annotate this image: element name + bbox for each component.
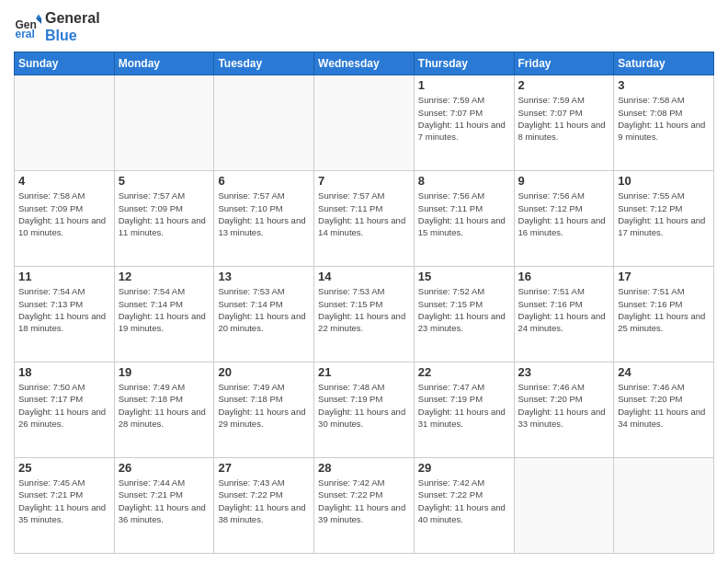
day-info: Sunrise: 7:51 AMSunset: 7:16 PMDaylight:… bbox=[518, 285, 610, 334]
calendar-cell: 27Sunrise: 7:43 AMSunset: 7:22 PMDayligh… bbox=[214, 458, 314, 554]
day-number: 12 bbox=[119, 270, 210, 283]
day-info: Sunrise: 7:44 AMSunset: 7:21 PMDaylight:… bbox=[119, 477, 210, 525]
day-info: Sunrise: 7:53 AMSunset: 7:14 PMDaylight:… bbox=[218, 285, 310, 334]
calendar-cell: 25Sunrise: 7:45 AMSunset: 7:21 PMDayligh… bbox=[15, 458, 115, 554]
calendar-cell: 29Sunrise: 7:42 AMSunset: 7:22 PMDayligh… bbox=[414, 458, 514, 554]
calendar-cell: 3Sunrise: 7:58 AMSunset: 7:08 PMDaylight… bbox=[614, 75, 714, 171]
day-header-sunday: Sunday bbox=[15, 52, 115, 75]
day-header-thursday: Thursday bbox=[414, 52, 514, 75]
calendar-cell: 4Sunrise: 7:58 AMSunset: 7:09 PMDaylight… bbox=[15, 171, 115, 267]
day-number: 11 bbox=[18, 270, 110, 283]
calendar-cell: 22Sunrise: 7:47 AMSunset: 7:19 PMDayligh… bbox=[414, 362, 514, 458]
calendar-cell: 9Sunrise: 7:56 AMSunset: 7:12 PMDaylight… bbox=[514, 171, 614, 267]
day-info: Sunrise: 7:52 AMSunset: 7:15 PMDaylight:… bbox=[418, 285, 510, 334]
calendar-cell bbox=[214, 75, 314, 171]
calendar-cell: 21Sunrise: 7:48 AMSunset: 7:19 PMDayligh… bbox=[314, 362, 415, 458]
week-row-0: 1Sunrise: 7:59 AMSunset: 7:07 PMDaylight… bbox=[15, 75, 714, 171]
day-number: 2 bbox=[518, 78, 610, 92]
day-info: Sunrise: 7:56 AMSunset: 7:11 PMDaylight:… bbox=[418, 190, 510, 238]
day-info: Sunrise: 7:49 AMSunset: 7:18 PMDaylight:… bbox=[119, 381, 210, 430]
day-number: 19 bbox=[119, 365, 210, 379]
day-info: Sunrise: 7:49 AMSunset: 7:18 PMDaylight:… bbox=[218, 381, 310, 430]
calendar-cell: 19Sunrise: 7:49 AMSunset: 7:18 PMDayligh… bbox=[114, 362, 214, 458]
svg-marker-2 bbox=[36, 15, 41, 19]
day-number: 14 bbox=[318, 270, 410, 283]
calendar-cell: 26Sunrise: 7:44 AMSunset: 7:21 PMDayligh… bbox=[114, 458, 214, 554]
day-number: 25 bbox=[18, 461, 110, 475]
day-header-tuesday: Tuesday bbox=[214, 52, 314, 75]
logo-text-blue: Blue bbox=[45, 27, 100, 44]
calendar-cell: 7Sunrise: 7:57 AMSunset: 7:11 PMDaylight… bbox=[314, 171, 415, 267]
day-number: 9 bbox=[518, 174, 610, 188]
day-info: Sunrise: 7:46 AMSunset: 7:20 PMDaylight:… bbox=[618, 381, 710, 430]
calendar-cell: 14Sunrise: 7:53 AMSunset: 7:15 PMDayligh… bbox=[314, 267, 415, 362]
day-number: 13 bbox=[218, 270, 310, 283]
week-row-1: 4Sunrise: 7:58 AMSunset: 7:09 PMDaylight… bbox=[15, 171, 714, 267]
day-info: Sunrise: 7:53 AMSunset: 7:15 PMDaylight:… bbox=[318, 285, 410, 334]
day-number: 10 bbox=[618, 174, 710, 188]
day-info: Sunrise: 7:48 AMSunset: 7:19 PMDaylight:… bbox=[318, 381, 410, 430]
header: Gen eral General Blue bbox=[14, 9, 714, 44]
calendar-cell: 15Sunrise: 7:52 AMSunset: 7:15 PMDayligh… bbox=[414, 267, 514, 362]
day-info: Sunrise: 7:51 AMSunset: 7:16 PMDaylight:… bbox=[618, 285, 710, 334]
calendar-cell: 17Sunrise: 7:51 AMSunset: 7:16 PMDayligh… bbox=[614, 267, 714, 362]
day-number: 16 bbox=[518, 270, 610, 283]
calendar-cell: 13Sunrise: 7:53 AMSunset: 7:14 PMDayligh… bbox=[214, 267, 314, 362]
day-number: 17 bbox=[618, 270, 710, 283]
day-info: Sunrise: 7:59 AMSunset: 7:07 PMDaylight:… bbox=[518, 94, 610, 143]
svg-marker-3 bbox=[36, 18, 41, 24]
day-header-saturday: Saturday bbox=[614, 52, 714, 75]
day-info: Sunrise: 7:55 AMSunset: 7:12 PMDaylight:… bbox=[618, 190, 710, 238]
day-header-wednesday: Wednesday bbox=[314, 52, 415, 75]
calendar-cell: 11Sunrise: 7:54 AMSunset: 7:13 PMDayligh… bbox=[15, 267, 115, 362]
week-row-4: 25Sunrise: 7:45 AMSunset: 7:21 PMDayligh… bbox=[15, 458, 714, 554]
calendar-cell: 6Sunrise: 7:57 AMSunset: 7:10 PMDaylight… bbox=[214, 171, 314, 267]
day-info: Sunrise: 7:43 AMSunset: 7:22 PMDaylight:… bbox=[218, 477, 310, 525]
calendar-cell bbox=[114, 75, 214, 171]
logo-text-general: General bbox=[45, 9, 100, 27]
calendar-cell: 18Sunrise: 7:50 AMSunset: 7:17 PMDayligh… bbox=[15, 362, 115, 458]
calendar-cell: 2Sunrise: 7:59 AMSunset: 7:07 PMDaylight… bbox=[514, 75, 614, 171]
day-number: 8 bbox=[418, 174, 510, 188]
day-number: 3 bbox=[618, 78, 710, 92]
calendar-cell bbox=[15, 75, 115, 171]
calendar-cell: 16Sunrise: 7:51 AMSunset: 7:16 PMDayligh… bbox=[514, 267, 614, 362]
calendar-cell: 23Sunrise: 7:46 AMSunset: 7:20 PMDayligh… bbox=[514, 362, 614, 458]
calendar-cell: 24Sunrise: 7:46 AMSunset: 7:20 PMDayligh… bbox=[614, 362, 714, 458]
day-info: Sunrise: 7:58 AMSunset: 7:08 PMDaylight:… bbox=[618, 94, 710, 143]
calendar-cell bbox=[314, 75, 415, 171]
logo-icon: Gen eral bbox=[14, 13, 41, 40]
calendar-header-row: SundayMondayTuesdayWednesdayThursdayFrid… bbox=[15, 52, 714, 75]
calendar-cell: 5Sunrise: 7:57 AMSunset: 7:09 PMDaylight… bbox=[114, 171, 214, 267]
day-info: Sunrise: 7:42 AMSunset: 7:22 PMDaylight:… bbox=[418, 477, 510, 525]
calendar: SundayMondayTuesdayWednesdayThursdayFrid… bbox=[14, 52, 714, 554]
calendar-cell: 1Sunrise: 7:59 AMSunset: 7:07 PMDaylight… bbox=[414, 75, 514, 171]
week-row-2: 11Sunrise: 7:54 AMSunset: 7:13 PMDayligh… bbox=[15, 267, 714, 362]
calendar-cell: 8Sunrise: 7:56 AMSunset: 7:11 PMDaylight… bbox=[414, 171, 514, 267]
day-info: Sunrise: 7:57 AMSunset: 7:11 PMDaylight:… bbox=[318, 190, 410, 238]
svg-text:eral: eral bbox=[16, 28, 35, 40]
calendar-cell: 10Sunrise: 7:55 AMSunset: 7:12 PMDayligh… bbox=[614, 171, 714, 267]
day-number: 27 bbox=[218, 461, 310, 475]
day-number: 22 bbox=[418, 365, 510, 379]
day-number: 6 bbox=[218, 174, 310, 188]
day-info: Sunrise: 7:47 AMSunset: 7:19 PMDaylight:… bbox=[418, 381, 510, 430]
day-number: 4 bbox=[18, 174, 110, 188]
day-info: Sunrise: 7:56 AMSunset: 7:12 PMDaylight:… bbox=[518, 190, 610, 238]
calendar-cell: 20Sunrise: 7:49 AMSunset: 7:18 PMDayligh… bbox=[214, 362, 314, 458]
day-info: Sunrise: 7:54 AMSunset: 7:13 PMDaylight:… bbox=[18, 285, 110, 334]
day-info: Sunrise: 7:57 AMSunset: 7:10 PMDaylight:… bbox=[218, 190, 310, 238]
day-number: 26 bbox=[119, 461, 210, 475]
logo: Gen eral General Blue bbox=[14, 9, 100, 44]
day-number: 18 bbox=[18, 365, 110, 379]
day-number: 7 bbox=[318, 174, 410, 188]
day-number: 20 bbox=[218, 365, 310, 379]
day-number: 29 bbox=[418, 461, 510, 475]
day-info: Sunrise: 7:54 AMSunset: 7:14 PMDaylight:… bbox=[119, 285, 210, 334]
day-number: 1 bbox=[418, 78, 510, 92]
day-number: 23 bbox=[518, 365, 610, 379]
day-info: Sunrise: 7:57 AMSunset: 7:09 PMDaylight:… bbox=[119, 190, 210, 238]
calendar-cell bbox=[514, 458, 614, 554]
day-header-friday: Friday bbox=[514, 52, 614, 75]
day-number: 15 bbox=[418, 270, 510, 283]
